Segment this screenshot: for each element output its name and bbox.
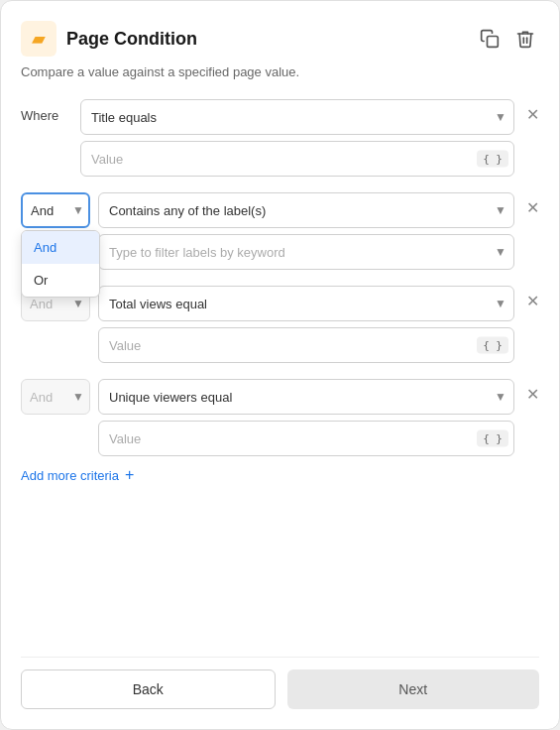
add-criteria-button[interactable]: Add more criteria + [21,466,134,484]
criteria-row-3: And ▼ Total views equal ▼ Value { } [21,286,539,363]
next-button[interactable]: Next [287,669,540,709]
copy-icon [480,29,500,49]
crit2-connector-select[interactable]: And Or [21,192,90,228]
crit2-condition-select[interactable]: Contains any of the label(s) [98,192,514,228]
delete-button[interactable] [511,25,539,53]
crit3-curly-button[interactable]: { } [477,337,508,354]
crit1-condition-select[interactable]: Title equals [80,99,514,135]
crit3-select-group: Total views equal ▼ Value { } [98,286,514,363]
crit1-remove-button[interactable]: ✕ [522,99,539,123]
connector-dropdown-menu: And Or [21,230,100,298]
crit3-value-wrapper: Value { } [98,327,514,363]
dropdown-or-option[interactable]: Or [22,264,99,297]
crit1-select-group: Title equals ▼ Value { } [80,99,514,177]
criteria-row-4: And ▼ Unique viewers equal ▼ Value { } [21,379,539,456]
page-condition-icon: ▰ [32,28,46,50]
crit2-remove-button[interactable]: ✕ [522,192,539,216]
add-criteria-label: Add more criteria [21,468,119,483]
footer: Back Next [21,657,539,709]
content: Where Title equals ▼ Value { } ✕ [21,99,539,657]
header: ▰ Page Condition [21,21,539,57]
trash-icon [515,29,535,49]
crit3-remove-button[interactable]: ✕ [522,286,539,309]
crit2-connector-wrapper: And Or ▼ And Or [21,192,90,228]
plus-icon: + [125,466,134,484]
crit2-filter-input[interactable]: Type to filter labels by keyword [98,234,514,270]
crit3-condition-select[interactable]: Total views equal [98,286,514,321]
crit4-connector-wrapper: And ▼ [21,379,90,415]
criteria-row-2: And Or ▼ And Or Contains any of the labe… [21,192,539,270]
crit3-value-input[interactable]: Value [98,327,514,363]
page-condition-icon-box: ▰ [21,21,56,57]
crit1-curly-button[interactable]: { } [477,151,508,168]
header-left: ▰ Page Condition [21,21,197,57]
copy-button[interactable] [476,25,504,53]
crit4-remove-button[interactable]: ✕ [522,379,539,403]
crit2-condition-wrapper: Contains any of the label(s) ▼ [98,192,514,228]
header-actions [476,25,539,53]
crit4-condition-select[interactable]: Unique viewers equal [98,379,514,415]
crit1-value-wrapper: Value { } [80,141,514,177]
crit4-select-group: Unique viewers equal ▼ Value { } [98,379,514,456]
criteria-row-1: Where Title equals ▼ Value { } ✕ [21,99,539,177]
crit1-value-input[interactable]: Value [80,141,514,177]
crit4-value-wrapper: Value { } [98,421,514,456]
page-title: Page Condition [66,29,197,50]
crit4-value-input[interactable]: Value [98,421,514,456]
subtitle: Compare a value against a specified page… [21,64,539,79]
page-condition-card: ▰ Page Condition Compare a value against… [0,0,560,730]
crit4-connector-select[interactable]: And [21,379,90,415]
crit4-condition-wrapper: Unique viewers equal ▼ [98,379,514,415]
crit2-filter-wrapper: Type to filter labels by keyword ▼ [98,234,514,270]
crit4-curly-button[interactable]: { } [477,430,508,447]
crit1-condition-wrapper: Title equals ▼ [80,99,514,135]
crit3-condition-wrapper: Total views equal ▼ [98,286,514,321]
svg-rect-0 [488,37,499,48]
dropdown-and-option[interactable]: And [22,231,99,264]
crit2-select-group: Contains any of the label(s) ▼ Type to f… [98,192,514,270]
back-button[interactable]: Back [21,669,276,709]
where-label: Where [21,99,72,123]
